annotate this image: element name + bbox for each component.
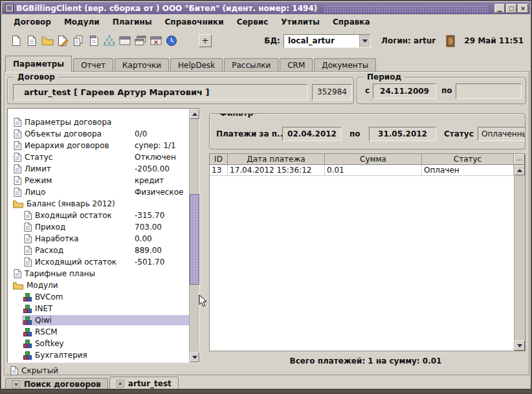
window-close-button[interactable]	[148, 32, 164, 49]
tree-scrollbar-thumb[interactable]	[190, 194, 199, 285]
tree-item-label: Объекты договора	[25, 129, 102, 138]
tab-3[interactable]: HelpDesk	[170, 58, 223, 72]
column-header-0[interactable]: ID	[210, 154, 228, 164]
tree-item-3[interactable]: СтатусОтключен	[8, 151, 189, 163]
scroll-down-icon[interactable]	[515, 340, 525, 351]
chevron-down-icon[interactable]	[359, 35, 370, 47]
tree-item-inner: Наработка	[22, 234, 189, 244]
payments-table: IDДата платежаСуммаСтатус ... 1317.04.20…	[209, 153, 526, 351]
documents-button[interactable]	[86, 32, 102, 49]
tree-item-2[interactable]: Иерархия договоровсупер: 1/1	[8, 140, 189, 151]
period-to-field[interactable]	[456, 83, 522, 99]
minimize-button[interactable]: ▁	[494, 4, 505, 13]
tree-item-6[interactable]: ЛицоФизическое	[8, 186, 189, 198]
window-tile-button[interactable]	[117, 32, 133, 49]
tree-item-value: 889.00	[135, 245, 162, 256]
open-folder-icon	[41, 36, 54, 46]
menu-item-4[interactable]: Сервис	[230, 17, 275, 27]
scroll-up-icon[interactable]	[515, 165, 525, 175]
tree-item-18[interactable]: RSCM	[8, 326, 189, 338]
tree-item-inner: Бухгалтерия	[22, 350, 189, 360]
tree-item-19[interactable]: Softkey	[8, 338, 189, 349]
document-icon	[13, 269, 21, 278]
scroll-down-icon[interactable]	[190, 352, 199, 362]
column-header-2[interactable]: Сумма	[325, 154, 422, 164]
tree-item-14[interactable]: Модули	[8, 279, 189, 291]
edit-document-button[interactable]	[55, 32, 71, 49]
tree-item-16[interactable]: INET	[8, 303, 189, 314]
tree-item-11[interactable]: Расход889.00	[8, 245, 189, 256]
menu-item-3[interactable]: Справочники	[159, 17, 230, 27]
menu-item-5[interactable]: Утилиты	[274, 17, 326, 27]
tree-item-5[interactable]: Режимкредит	[8, 175, 189, 186]
menu-item-1[interactable]: Модули	[58, 17, 106, 27]
tree-item-label: Баланс (январь 2012)	[27, 199, 115, 208]
tree-item-9[interactable]: Приход703.00	[8, 221, 189, 233]
db-combobox[interactable]: local_artur	[283, 34, 371, 48]
tree-item-17[interactable]: Qiwi	[8, 314, 189, 326]
tree-item-15[interactable]: BVCom	[8, 291, 189, 303]
tab-close-icon[interactable]: ×	[116, 380, 124, 388]
filter-group-title: Фильтр	[216, 113, 256, 118]
window-cascade-button[interactable]	[133, 32, 148, 49]
tree-item-1[interactable]: Объекты договора0/0	[8, 128, 189, 140]
add-button[interactable]: +	[199, 34, 212, 47]
column-header-1[interactable]: Дата платежа	[228, 154, 325, 164]
tree-item-hidden[interactable]: Скрытый	[10, 365, 58, 377]
table-scrollbar[interactable]	[514, 165, 525, 351]
period-from-label: с	[365, 86, 370, 95]
close-button[interactable]: ×	[518, 4, 528, 13]
contract-name-field[interactable]: artur_test [ Гареев Артур Маратович ]	[13, 84, 308, 100]
bottom-tab-label: artur_test	[128, 379, 172, 388]
tree-item-label: Исходящий остаток	[35, 257, 116, 267]
contract-id-field[interactable]: 352984	[312, 84, 352, 100]
tab-4[interactable]: Рассылки	[224, 58, 278, 72]
new-document-button[interactable]	[8, 32, 24, 49]
login-label: Логин: artur	[381, 36, 436, 45]
column-settings-button[interactable]: ...	[514, 154, 525, 165]
payments-summary: Всего платежей: 1 на сумму: 0.01	[204, 356, 527, 366]
tree-item-13[interactable]: Тарифные планы	[8, 268, 189, 279]
logout-door-icon[interactable]	[443, 33, 458, 49]
scroll-up-icon[interactable]	[190, 109, 199, 119]
tab-close-icon[interactable]: ×	[12, 380, 20, 388]
tree-item-7[interactable]: Баланс (январь 2012)	[8, 198, 189, 210]
tree-item-10[interactable]: Наработка0.00	[8, 233, 189, 245]
glasses-tower-button[interactable]	[102, 32, 117, 49]
title-bar[interactable]: BGBillingClient (вер. сборка от ) ООО "Б…	[2, 2, 530, 14]
open-document-button[interactable]	[24, 32, 39, 49]
table-row[interactable]: 1317.04.2012 15:36:120.01Оплачен	[210, 165, 514, 176]
tree-item-12[interactable]: Исходящий остаток-501.70	[8, 256, 189, 268]
maximize-button[interactable]: □	[506, 4, 516, 13]
tab-5[interactable]: CRM	[280, 58, 313, 72]
period-groupbox: Период с 24.11.2009 по	[357, 77, 526, 104]
tab-1[interactable]: Отчет	[73, 58, 113, 72]
app-icon	[5, 4, 14, 12]
tree-item-4[interactable]: Лимит-2050.00	[8, 163, 189, 175]
tree-item-inner: Параметры договора	[12, 117, 189, 127]
copy-document-button[interactable]	[71, 32, 86, 49]
open-folder-button[interactable]	[39, 32, 55, 49]
tree-item-20[interactable]: Бухгалтерия	[8, 349, 189, 361]
filter-from-field[interactable]: 02.04.2012	[282, 127, 342, 141]
menu-item-6[interactable]: Справка	[326, 17, 377, 27]
document-icon	[13, 153, 21, 162]
clock-button[interactable]	[164, 32, 179, 49]
tab-0[interactable]: Параметры	[5, 56, 72, 72]
menu-item-0[interactable]: Договор	[7, 17, 58, 27]
column-header-3[interactable]: Статус	[422, 154, 514, 164]
tree-item-inner: Баланс (январь 2012)	[12, 199, 189, 209]
filter-to-label: по	[349, 129, 360, 138]
tab-2[interactable]: Карточки	[115, 58, 169, 72]
tree-scrollbar[interactable]	[189, 109, 199, 362]
tree-item-0[interactable]: Параметры договора	[8, 116, 189, 128]
menu-item-2[interactable]: Плагины	[106, 17, 159, 27]
period-from-field[interactable]: 24.11.2009	[373, 83, 436, 99]
new-document-icon	[10, 35, 22, 47]
tree-item-value: 0.00	[135, 233, 152, 245]
tab-6[interactable]: Документы	[314, 58, 376, 72]
tree-item-8[interactable]: Входящий остаток-315.70	[8, 210, 189, 221]
tree-item-label: Модули	[27, 281, 58, 290]
filter-to-field[interactable]: 31.05.2012	[369, 127, 436, 141]
filter-status-field[interactable]: Оплаченны	[478, 127, 526, 141]
